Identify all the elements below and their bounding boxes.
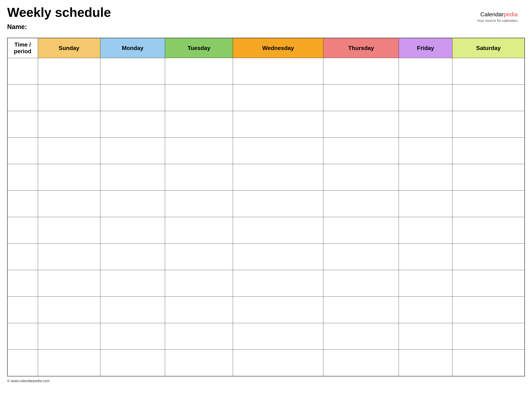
data-cell[interactable] [233, 217, 323, 244]
data-cell[interactable] [100, 138, 165, 164]
data-cell[interactable] [452, 58, 525, 85]
data-cell[interactable] [38, 85, 100, 111]
data-cell[interactable] [7, 270, 38, 297]
data-cell[interactable] [452, 244, 525, 270]
data-cell[interactable] [452, 191, 525, 217]
data-cell[interactable] [323, 191, 399, 217]
data-cell[interactable] [7, 85, 38, 111]
data-cell[interactable] [399, 297, 452, 323]
table-row [7, 58, 525, 85]
data-cell[interactable] [7, 350, 38, 376]
data-cell[interactable] [323, 350, 399, 376]
data-cell[interactable] [323, 58, 399, 85]
data-cell[interactable] [452, 138, 525, 164]
data-cell[interactable] [233, 350, 323, 376]
data-cell[interactable] [7, 297, 38, 323]
data-cell[interactable] [452, 111, 525, 138]
data-cell[interactable] [38, 217, 100, 244]
data-cell[interactable] [100, 217, 165, 244]
header-sunday: Sunday [38, 38, 100, 58]
data-cell[interactable] [7, 191, 38, 217]
data-cell[interactable] [165, 85, 233, 111]
data-cell[interactable] [165, 244, 233, 270]
data-cell[interactable] [323, 85, 399, 111]
data-cell[interactable] [233, 111, 323, 138]
data-cell[interactable] [100, 323, 165, 350]
data-cell[interactable] [7, 138, 38, 164]
data-cell[interactable] [7, 323, 38, 350]
data-cell[interactable] [165, 297, 233, 323]
data-cell[interactable] [323, 323, 399, 350]
data-cell[interactable] [38, 191, 100, 217]
header-tuesday: Tuesday [165, 38, 233, 58]
data-cell[interactable] [399, 58, 452, 85]
data-cell[interactable] [399, 85, 452, 111]
data-cell[interactable] [38, 270, 100, 297]
data-cell[interactable] [399, 111, 452, 138]
data-cell[interactable] [452, 85, 525, 111]
data-cell[interactable] [165, 111, 233, 138]
data-cell[interactable] [38, 323, 100, 350]
data-cell[interactable] [323, 217, 399, 244]
data-cell[interactable] [7, 164, 38, 191]
data-cell[interactable] [399, 138, 452, 164]
data-cell[interactable] [100, 191, 165, 217]
data-cell[interactable] [38, 58, 100, 85]
data-cell[interactable] [100, 111, 165, 138]
data-cell[interactable] [452, 350, 525, 376]
data-cell[interactable] [233, 191, 323, 217]
data-cell[interactable] [233, 244, 323, 270]
data-cell[interactable] [38, 164, 100, 191]
data-cell[interactable] [100, 85, 165, 111]
data-cell[interactable] [165, 58, 233, 85]
data-cell[interactable] [233, 85, 323, 111]
data-cell[interactable] [399, 244, 452, 270]
data-cell[interactable] [38, 111, 100, 138]
data-cell[interactable] [38, 297, 100, 323]
data-cell[interactable] [165, 217, 233, 244]
data-cell[interactable] [399, 270, 452, 297]
data-cell[interactable] [452, 270, 525, 297]
data-cell[interactable] [233, 323, 323, 350]
data-cell[interactable] [323, 164, 399, 191]
data-cell[interactable] [399, 191, 452, 217]
data-cell[interactable] [452, 164, 525, 191]
data-cell[interactable] [452, 323, 525, 350]
data-cell[interactable] [100, 244, 165, 270]
data-cell[interactable] [7, 244, 38, 270]
data-cell[interactable] [399, 323, 452, 350]
data-cell[interactable] [165, 138, 233, 164]
data-cell[interactable] [100, 58, 165, 85]
data-cell[interactable] [399, 350, 452, 376]
data-cell[interactable] [323, 244, 399, 270]
data-cell[interactable] [233, 164, 323, 191]
data-cell[interactable] [399, 217, 452, 244]
data-cell[interactable] [38, 138, 100, 164]
data-cell[interactable] [323, 270, 399, 297]
data-cell[interactable] [38, 244, 100, 270]
data-cell[interactable] [7, 58, 38, 85]
data-cell[interactable] [100, 350, 165, 376]
data-cell[interactable] [100, 270, 165, 297]
data-cell[interactable] [233, 270, 323, 297]
data-cell[interactable] [7, 111, 38, 138]
data-cell[interactable] [233, 138, 323, 164]
header-friday: Friday [399, 38, 452, 58]
data-cell[interactable] [165, 323, 233, 350]
data-cell[interactable] [452, 297, 525, 323]
data-cell[interactable] [233, 297, 323, 323]
data-cell[interactable] [323, 111, 399, 138]
data-cell[interactable] [452, 217, 525, 244]
data-cell[interactable] [7, 217, 38, 244]
data-cell[interactable] [165, 191, 233, 217]
data-cell[interactable] [100, 164, 165, 191]
data-cell[interactable] [323, 297, 399, 323]
data-cell[interactable] [165, 350, 233, 376]
data-cell[interactable] [233, 58, 323, 85]
data-cell[interactable] [100, 297, 165, 323]
data-cell[interactable] [323, 138, 399, 164]
data-cell[interactable] [165, 164, 233, 191]
data-cell[interactable] [165, 270, 233, 297]
data-cell[interactable] [399, 164, 452, 191]
data-cell[interactable] [38, 350, 100, 376]
